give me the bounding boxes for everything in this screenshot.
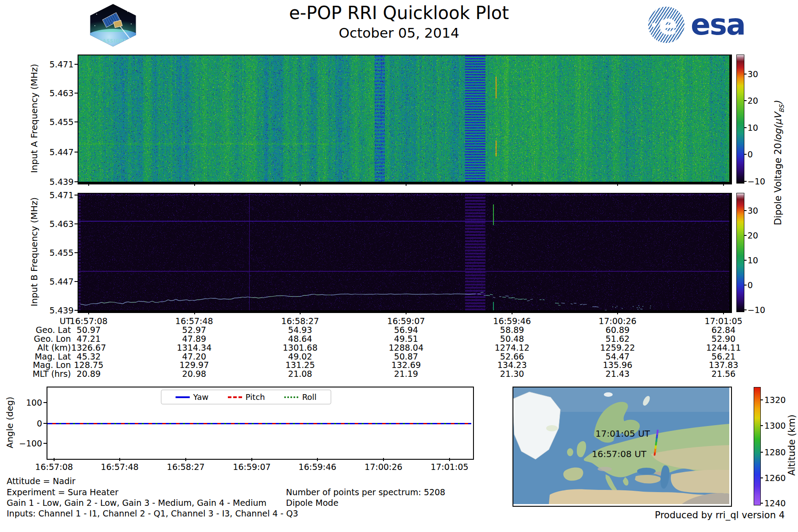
axis-tick: 16:58:27 [167, 462, 204, 472]
tick-mark [744, 309, 747, 310]
ground-track-map: 17:01:05 UT 16:57:08 UT [512, 387, 732, 507]
tick-mark [194, 311, 195, 314]
yaw-line-sample [176, 396, 190, 398]
table-row: UT 16:57:08 16:57:48 16:58:27 16:59:07 1… [0, 317, 798, 325]
attitude-legend: Yaw Pitch Roll [161, 390, 331, 404]
tick-mark [744, 74, 747, 74]
tick-mark [744, 100, 747, 101]
tick-mark [744, 285, 747, 286]
tick-mark [744, 260, 747, 261]
axis-tick: 5.455 [38, 248, 74, 258]
axis-tick: −100 [7, 438, 42, 448]
table-row: Mag. Lat 45.32 47.20 49.02 50.87 52.66 5… [0, 352, 798, 361]
legend-item-roll: Roll [284, 392, 317, 402]
tick-mark [760, 425, 763, 426]
axis-tick: 5.463 [38, 219, 74, 229]
colorbar-tick: 1240 [764, 498, 786, 508]
colorbar-tick: 10 [747, 255, 758, 265]
tick-mark [744, 210, 747, 211]
tick-mark [300, 311, 301, 314]
axis-tick: 5.455 [38, 117, 74, 127]
axis-tick: 16:59:46 [298, 462, 336, 472]
colorbar-tick: 10 [747, 123, 758, 133]
tick-mark [74, 152, 78, 153]
annotation-experiment: Experiment = Sura Heater [7, 487, 118, 497]
colorbar-tick: 30 [747, 206, 758, 215]
axis-tick: 5.447 [38, 277, 74, 286]
dipole-voltage-colorbar-label: Dipole Voltage 20log(μVBS) [773, 101, 785, 225]
axis-tick: 5.471 [38, 59, 74, 69]
quicklook-figure: e-POP RRI Quicklook Plot October 05, 201… [0, 0, 798, 532]
colorbar-tick: 0 [747, 149, 753, 159]
colorbar-b [736, 193, 744, 312]
annotation-dipole-mode: Dipole Mode [286, 498, 338, 508]
tick-mark [760, 452, 763, 453]
table-row: Mag. Lon 128.75 129.97 131.25 132.69 134… [0, 360, 798, 369]
table-row: Geo. Lon 47.21 47.89 48.64 49.51 50.48 5… [0, 334, 798, 343]
legend-item-yaw: Yaw [176, 392, 208, 402]
tick-mark [512, 311, 512, 314]
tick-mark [54, 458, 55, 461]
tick-mark [617, 311, 618, 314]
colorbar-tick: 0 [747, 280, 753, 290]
altitude-colorbar-label: Altitude (km) [786, 415, 797, 476]
axis-tick: 0 [7, 419, 42, 428]
legend-item-pitch: Pitch [228, 392, 265, 402]
tick-mark [43, 443, 47, 444]
input-b-spectrogram [78, 193, 732, 313]
attitude-zero-line [47, 423, 471, 424]
tick-mark [74, 252, 78, 253]
axis-tick: 16:57:08 [35, 462, 73, 472]
tick-mark [74, 64, 78, 65]
axis-tick: 17:01:05 [430, 462, 468, 472]
axis-tick: 5.463 [38, 88, 74, 98]
axis-tick: 16:59:07 [233, 462, 270, 472]
colorbar-tick: −10 [747, 176, 765, 186]
tick-mark [74, 181, 78, 182]
axis-tick: 17:00:26 [364, 462, 402, 472]
colorbar-tick: 1260 [764, 473, 786, 483]
table-row: MLT (hrs) 20.89 20.98 21.08 21.19 21.30 … [0, 369, 798, 378]
tick-mark [760, 503, 763, 504]
table-row: Alt (km) 1326.67 1314.34 1301.68 1288.04… [0, 343, 798, 352]
tick-mark [744, 181, 747, 182]
tick-mark [617, 183, 618, 186]
tick-mark [383, 458, 384, 461]
tick-mark [194, 183, 195, 186]
colorbar-tick: −10 [747, 305, 765, 315]
colorbar-tick: 1280 [764, 447, 786, 457]
axis-tick: 100 [7, 398, 42, 407]
tick-mark [74, 121, 78, 122]
annotation-inputs: Inputs: Channel 1 - I1, Channel 2 - Q1, … [7, 509, 298, 518]
input-a-spectrogram [78, 55, 732, 184]
tick-mark [406, 311, 407, 314]
esa-wordmark: esa [691, 7, 745, 43]
axis-tick: 5.439 [38, 305, 74, 315]
axis-tick: 5.439 [38, 177, 74, 187]
colorbar-tick: 1320 [764, 395, 786, 405]
colorbar-tick: 20 [747, 231, 758, 240]
tick-mark [74, 310, 78, 311]
track-end-time-label: 17:01:05 UT [595, 428, 650, 439]
tick-mark [88, 311, 89, 314]
input-b-spectrogram-canvas [78, 194, 729, 310]
tick-mark [406, 183, 407, 186]
tick-mark [74, 195, 78, 196]
axis-tick: 5.447 [38, 147, 74, 157]
tick-mark [449, 458, 450, 461]
colorbar-tick: 30 [747, 69, 758, 79]
roll-line-sample [284, 396, 298, 398]
tick-mark [74, 281, 78, 282]
tick-mark [251, 458, 252, 461]
table-row: Geo. Lat 50.97 52.97 54.93 56.94 58.89 6… [0, 325, 798, 334]
tick-mark [744, 235, 747, 236]
tick-mark [185, 458, 186, 461]
tick-mark [512, 183, 512, 186]
pitch-line-sample [228, 396, 242, 398]
tick-mark [119, 458, 120, 461]
tick-mark [723, 183, 724, 186]
axis-tick: 5.471 [38, 190, 74, 200]
map-black-sea [637, 468, 656, 475]
annotation-attitude: Attitude = Nadir [7, 476, 75, 486]
tick-mark [744, 154, 747, 155]
